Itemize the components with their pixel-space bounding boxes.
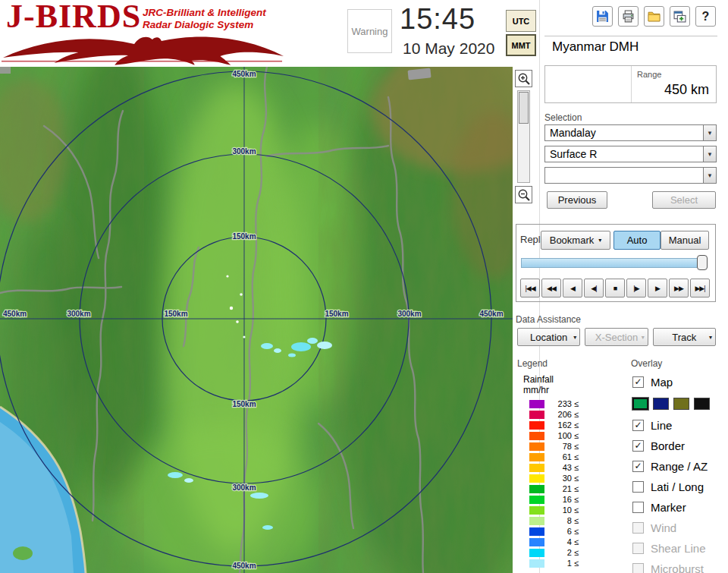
selection-dropdown[interactable]: ▾ [544, 167, 717, 184]
capture-button[interactable] [670, 6, 690, 27]
mmt-toggle-button[interactable]: MMT [506, 34, 536, 56]
chevron-down-icon[interactable]: ▾ [703, 168, 716, 183]
playback-button[interactable]: |◀◀ [520, 279, 540, 298]
overlay-item-wind[interactable]: Wind [632, 518, 725, 538]
svg-text:300km: 300km [67, 310, 90, 318]
overlay-item-label: Shear Line [651, 542, 706, 555]
legend-color-swatch [529, 549, 544, 557]
button-label: X-Section [595, 332, 638, 343]
legend-row: 100 ≤ [529, 430, 579, 441]
legend-value: 43 ≤ [548, 463, 579, 472]
replay-slider-handle[interactable] [697, 255, 708, 270]
checkbox[interactable] [632, 543, 644, 554]
data-assistance-label: Data Assistance [516, 314, 581, 325]
legend-row: 1 ≤ [529, 558, 579, 568]
help-button[interactable]: ? [695, 6, 716, 27]
select-button[interactable]: Select [652, 191, 716, 209]
checkbox[interactable]: ✓ [632, 461, 644, 472]
help-icon: ? [702, 10, 710, 24]
radar-map-view[interactable]: 450km 300km 150km 450km 300km 150km 150k… [0, 67, 513, 573]
overlay-item-map[interactable]: ✓Map [632, 372, 725, 392]
chevron-down-icon: ▾ [642, 334, 645, 341]
warning-button[interactable]: Warning [347, 9, 392, 53]
legend-color-swatch [529, 485, 544, 493]
range-value: 450 km [664, 82, 709, 98]
auto-mode-button[interactable]: Auto [613, 231, 661, 250]
print-button[interactable] [618, 6, 639, 27]
checkbox[interactable] [632, 522, 644, 534]
overlay-item-line[interactable]: ✓Line [632, 415, 725, 436]
overlay-item-label: Map [651, 376, 673, 389]
legend-value: 61 ≤ [548, 452, 579, 461]
chevron-down-icon[interactable]: ▾ [703, 125, 716, 140]
selection-dropdown[interactable]: Surface R▾ [544, 146, 717, 162]
app-subtitle-line1: JRC-Brilliant & Intelligent [143, 7, 266, 19]
map-color-swatch[interactable] [632, 398, 648, 410]
map-color-swatch[interactable] [694, 398, 710, 410]
svg-text:300km: 300km [397, 310, 421, 318]
assist-track-button[interactable]: Track▾ [653, 328, 716, 346]
legend-row: 2 ≤ [529, 547, 579, 558]
playback-button[interactable]: ■ [605, 279, 625, 298]
overlay-item-range-az[interactable]: ✓Range / AZ [632, 456, 725, 477]
overlay-item-label: Wind [651, 521, 676, 534]
previous-button[interactable]: Previous [547, 191, 607, 209]
legend-unit-line1: Rainfall [523, 374, 554, 385]
playback-button[interactable]: ◀| [584, 279, 604, 298]
chevron-down-icon: ▾ [598, 237, 601, 244]
utc-toggle-button[interactable]: UTC [506, 10, 536, 32]
assist-x-section-button[interactable]: X-Section▾ [585, 328, 648, 346]
playback-button[interactable]: ▶▶ [669, 279, 689, 298]
legend-color-swatch [529, 453, 544, 461]
chevron-down-icon[interactable]: ▾ [703, 146, 716, 162]
legend-scale: 233 ≤206 ≤162 ≤100 ≤78 ≤61 ≤43 ≤30 ≤21 ≤… [529, 398, 579, 568]
assist-location-button[interactable]: Location▾ [517, 328, 580, 346]
overlay-item-lati-long[interactable]: Lati / Long [632, 477, 725, 497]
legend-value: 233 ≤ [548, 399, 579, 408]
playback-button[interactable]: ▶ [648, 279, 667, 298]
overlay-label: Overlay [631, 358, 662, 369]
bookmark-button[interactable]: Bookmark ▾ [541, 231, 610, 250]
playback-button[interactable]: |▶ [626, 279, 646, 298]
checkbox[interactable] [632, 502, 644, 513]
legend-color-swatch [529, 538, 544, 546]
playback-button[interactable]: ▶▶| [690, 279, 710, 298]
selection-dropdowns: Mandalay▾Surface R▾▾ [544, 124, 717, 188]
checkbox[interactable] [632, 563, 644, 573]
map-color-swatch[interactable] [653, 398, 669, 410]
checkbox[interactable]: ✓ [632, 376, 644, 388]
save-button[interactable] [592, 6, 613, 27]
legend-value: 206 ≤ [548, 410, 579, 419]
zoom-in-button[interactable] [515, 70, 532, 87]
checkbox[interactable]: ✓ [632, 420, 644, 431]
replay-timeline-slider[interactable] [521, 258, 708, 268]
legend-color-swatch [529, 506, 544, 515]
svg-text:150km: 150km [232, 400, 256, 408]
svg-text:450km: 450km [232, 70, 256, 78]
playback-button[interactable]: ◀ [563, 279, 582, 298]
clock-date: 10 May 2020 [403, 39, 494, 58]
legend-label: Legend [517, 358, 548, 369]
playback-button[interactable]: ◀◀ [541, 279, 561, 298]
legend-color-swatch [529, 517, 544, 525]
zoom-slider-thumb[interactable] [519, 92, 529, 124]
checkbox[interactable]: ✓ [632, 440, 644, 452]
manual-mode-button[interactable]: Manual [661, 231, 709, 250]
map-color-swatch[interactable] [673, 398, 689, 410]
checkbox[interactable] [632, 481, 644, 493]
zoom-out-button[interactable] [515, 186, 532, 203]
overlay-item-microburst[interactable]: Microburst [632, 559, 725, 573]
panel-rule [544, 36, 717, 36]
legend-row: 30 ≤ [529, 473, 579, 483]
legend-value: 78 ≤ [548, 442, 579, 451]
zoom-slider[interactable] [517, 90, 530, 183]
legend-row: 61 ≤ [529, 452, 579, 462]
open-folder-button[interactable] [644, 6, 664, 27]
overlay-item-marker[interactable]: Marker [632, 497, 725, 518]
radar-map[interactable]: 450km 300km 150km 450km 300km 150km 150k… [0, 67, 513, 573]
overlay-item-shear-line[interactable]: Shear Line [632, 538, 725, 559]
selection-dropdown[interactable]: Mandalay▾ [544, 124, 717, 141]
overlay-item-border[interactable]: ✓Border [632, 436, 725, 456]
svg-text:150km: 150km [232, 232, 256, 241]
svg-text:450km: 450km [232, 562, 256, 570]
